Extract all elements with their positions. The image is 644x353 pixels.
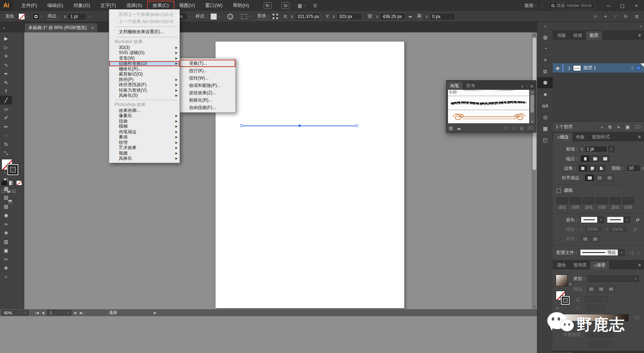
scroll-right-arrow[interactable]: ▶ — [154, 311, 156, 315]
free-transform-icon[interactable]: ⊹ — [594, 14, 598, 19]
dashed-line-checkbox[interactable] — [556, 188, 561, 193]
panel-tab[interactable]: 画板 — [554, 31, 570, 40]
last-artboard-button[interactable]: ▶| — [80, 311, 83, 315]
brushes-panel-icon[interactable]: ❁ — [537, 77, 553, 88]
stroke-swatch[interactable] — [7, 164, 18, 175]
effect-menu-item[interactable]: 风格化(S) ▶ — [109, 93, 179, 99]
artboard[interactable] — [215, 41, 405, 308]
arrow-align-end-button[interactable] — [591, 236, 599, 242]
maximize-button[interactable]: ▢ — [616, 1, 629, 10]
stroke-link-label[interactable]: 描边： — [47, 13, 61, 20]
pathfinder-panel-icon[interactable]: ⧉ — [537, 66, 553, 77]
selected-object-options-icon[interactable]: ▭ — [512, 126, 516, 131]
libraries-panel-icon[interactable]: ☁ — [456, 126, 461, 131]
share-screen-icon[interactable]: ✆ — [313, 3, 317, 8]
constrain-link-icon[interactable]: ∞ — [409, 14, 412, 19]
symbols-panel-icon[interactable]: ♣ — [537, 88, 553, 100]
effect-menu-item[interactable] — [109, 25, 179, 28]
cap-butt-button[interactable] — [581, 155, 590, 162]
panel-tab[interactable]: 图形样式 — [588, 133, 613, 141]
gradient-angle-select[interactable]: ˅ — [584, 296, 608, 303]
align-center-button[interactable] — [585, 174, 594, 181]
draw-behind-icon[interactable]: ⬓ — [7, 188, 10, 193]
shape-label[interactable]: 形状： — [257, 13, 270, 20]
draw-inside-icon[interactable]: ◱ — [12, 188, 16, 193]
arrowhead-end-select[interactable]: ˅ — [607, 216, 630, 223]
brush-item-decorative-arrow[interactable] — [448, 110, 529, 124]
appearance-panel-icon[interactable]: ◎ — [537, 111, 553, 123]
color-button[interactable] — [1, 180, 7, 186]
rectangle-tool[interactable]: ▭ — [0, 105, 12, 113]
effect-menu-item[interactable]: Photoshop 效果 — [109, 102, 179, 108]
gradient-panel-icon[interactable]: ◔ — [537, 43, 553, 54]
brush-libraries-icon[interactable]: ▤ — [449, 126, 453, 131]
panel-tab[interactable]: 画笔 — [446, 82, 463, 90]
magic-wand-tool[interactable]: ✳ — [0, 52, 12, 60]
cap-round-button[interactable] — [591, 155, 599, 162]
color-panel-icon[interactable]: ◍ — [537, 31, 553, 43]
weight-dropdown[interactable]: ˅ — [608, 146, 615, 152]
swap-arrowheads-icon[interactable]: ⇄ — [636, 217, 640, 222]
shaper-tool[interactable]: ◌ — [0, 131, 12, 140]
effect-menu-item[interactable]: 文档栅格效果设置(E)... — [109, 28, 179, 35]
preserve-dash-button[interactable] — [595, 188, 604, 193]
draw-normal-icon[interactable]: ▢ — [1, 188, 5, 193]
artboard-navigation-select[interactable]: 1˅ — [47, 310, 71, 315]
line-anchor-left[interactable] — [240, 124, 243, 127]
eyedropper-tool[interactable]: ◉ — [0, 211, 12, 219]
arrow-scale-start-field[interactable]: 100% — [584, 226, 602, 233]
panel-tab[interactable]: 链接 — [570, 31, 586, 40]
new-sublayer-icon[interactable]: ↳ — [617, 124, 620, 130]
document-tab[interactable]: 未标题-1* @ 80% (RGB/预览) × — [24, 23, 98, 32]
line-anchor-right[interactable] — [356, 124, 358, 127]
zoom-tool[interactable]: ⌕ — [0, 272, 12, 281]
panel-menu-icon[interactable]: ≡ — [638, 262, 644, 269]
align-panel-icon[interactable]: ≡ — [537, 54, 553, 66]
blend-tool[interactable]: ∞ — [0, 219, 12, 228]
chevron-down-icon[interactable]: ˅ — [249, 15, 250, 18]
minimize-button[interactable]: ─ — [602, 1, 615, 10]
submenu-item[interactable]: 扭转(W)... — [179, 74, 235, 82]
none-button[interactable] — [16, 180, 22, 186]
menubar-item[interactable]: 选择(S) — [121, 1, 147, 10]
effect-menu-item[interactable]: 上一个效果 Alt+Shift+Ctrl+E — [109, 18, 179, 25]
panel-tab[interactable]: 描边 — [554, 133, 572, 141]
stop-location-select[interactable]: ˅ — [588, 341, 614, 347]
clipping-mask-icon[interactable]: ⧉ — [608, 124, 612, 130]
arrowhead-start-select[interactable]: ˅ — [581, 216, 604, 223]
select-similar-icon[interactable]: ⌖ — [604, 14, 607, 20]
selection-tool[interactable]: ▶ — [0, 34, 12, 43]
zoom-level-select[interactable]: 80%˅ — [1, 310, 29, 315]
close-button[interactable]: × — [630, 1, 643, 10]
submenu-item[interactable]: 收缩和膨胀(P)... — [179, 82, 235, 89]
gradient-button[interactable] — [9, 180, 15, 186]
app-grid-icon[interactable]: ⁙ — [613, 14, 618, 19]
menubar-item[interactable]: 对象(O) — [68, 1, 95, 10]
document-setup-icon[interactable] — [227, 14, 233, 20]
join-miter-button[interactable] — [579, 165, 587, 172]
effect-menu-item[interactable]: 风格化 ▶ — [109, 156, 179, 162]
expand-layer-icon[interactable]: ❯ — [568, 66, 571, 70]
panel-expand-icon[interactable]: » — [522, 84, 524, 88]
collapse-toolbar-icon[interactable]: « — [0, 24, 24, 32]
dock-column-icon[interactable]: ⊪ — [624, 14, 628, 19]
pencil-tool[interactable]: ✏ — [0, 122, 12, 131]
hand-tool[interactable]: ✥ — [0, 264, 12, 272]
arrow-align-tip-button[interactable] — [581, 236, 590, 242]
cap-projecting-button[interactable] — [601, 155, 609, 162]
flip-across-icon[interactable]: ⎓ — [637, 250, 641, 255]
selection-indicator[interactable] — [637, 66, 640, 70]
collapse-panels-icon[interactable]: » — [640, 24, 642, 28]
slice-tool[interactable]: ✂ — [0, 255, 12, 264]
layer-row[interactable]: ◉ ❯ 图层 1 ○ — [553, 63, 644, 73]
submenu-item[interactable]: 自由扭曲(F)... — [179, 104, 235, 111]
panel-tab[interactable]: 透明度 — [570, 261, 590, 269]
menubar-item[interactable]: 文字(T) — [95, 1, 121, 10]
arrange-documents-icon[interactable]: ▦ — [298, 3, 302, 8]
fill-stroke-indicator[interactable] — [1, 159, 23, 178]
delete-brush-icon[interactable]: ⌦ — [527, 126, 534, 131]
previous-artboard-button[interactable]: ◀ — [42, 311, 44, 315]
menubar-item[interactable]: 编辑(E) — [42, 1, 68, 10]
brush-item-calligraphic[interactable]: 6.00 — [448, 90, 529, 96]
gradient-presets-dropdown[interactable]: ▼ — [569, 283, 572, 286]
